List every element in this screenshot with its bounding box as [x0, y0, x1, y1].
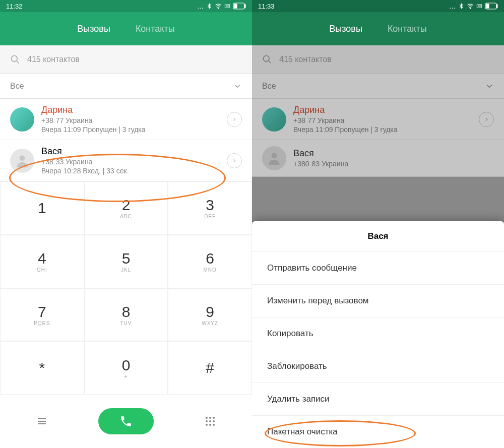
- svg-rect-19: [496, 5, 497, 8]
- svg-point-12: [213, 420, 215, 422]
- svg-point-5: [12, 55, 18, 61]
- phone-icon: [119, 415, 133, 428]
- chevron-right-icon: [232, 117, 237, 122]
- dial-key-0[interactable]: 0+: [84, 341, 168, 395]
- wifi-icon: [467, 3, 474, 10]
- call-entry-vasya[interactable]: Вася +380 83 Украина: [252, 140, 504, 177]
- person-icon: [266, 150, 282, 166]
- call-info: Дарина +38 77 Украина Вчера 11:09 Пропущ…: [293, 105, 479, 134]
- status-icons: …: [197, 3, 246, 10]
- call-name: Вася: [293, 148, 494, 159]
- svg-rect-3: [244, 5, 245, 8]
- status-bar: 11:32 …: [0, 0, 252, 12]
- svg-point-14: [209, 424, 211, 426]
- call-name: Дарина: [41, 105, 227, 115]
- dialpad: 1 2ABC 3DEF 4GHI 5JKL 6MNO 7PQRS 8TUV 9W…: [0, 181, 252, 448]
- svg-point-16: [470, 8, 470, 9]
- header-tabs: Вызовы Контакты: [252, 12, 504, 45]
- svg-point-22: [272, 153, 277, 158]
- tab-calls[interactable]: Вызовы: [329, 24, 362, 34]
- status-time: 11:33: [258, 3, 275, 10]
- call-button[interactable]: [84, 395, 168, 448]
- menu-button[interactable]: [0, 395, 84, 448]
- detail-button[interactable]: [227, 153, 242, 168]
- avatar: [10, 107, 34, 132]
- call-entry-darina[interactable]: Дарина +38 77 Украина Вчера 11:09 Пропущ…: [252, 99, 504, 140]
- svg-point-11: [209, 420, 211, 422]
- status-bar: 11:33 …: [252, 0, 504, 12]
- svg-point-6: [20, 155, 25, 161]
- chevron-right-icon: [232, 158, 237, 163]
- filter-row[interactable]: Все: [252, 74, 504, 99]
- dial-key-8[interactable]: 8TUV: [84, 288, 168, 342]
- menu-edit-before-call[interactable]: Изменить перед вызовом: [252, 285, 504, 317]
- context-menu-title: Вася: [252, 221, 504, 252]
- tab-contacts[interactable]: Контакты: [136, 24, 175, 34]
- dial-key-9[interactable]: 9WXYZ: [168, 288, 252, 342]
- call-info: Вася +38 33 Украина Вчера 10:28 Вход. | …: [41, 146, 227, 175]
- menu-send-message[interactable]: Отправить сообщение: [252, 252, 504, 285]
- status-icons: …: [449, 3, 498, 10]
- header-tabs: Вызовы Контакты: [0, 12, 252, 45]
- dial-key-7[interactable]: 7PQRS: [0, 288, 84, 342]
- bluetooth-icon: [458, 3, 465, 10]
- menu-icon: [36, 415, 48, 427]
- svg-point-10: [206, 420, 208, 422]
- svg-rect-20: [486, 4, 489, 8]
- search-bar[interactable]: 415 контактов: [252, 45, 504, 74]
- menu-batch-cleanup[interactable]: Пакетная очистка: [252, 416, 504, 448]
- svg-point-21: [264, 55, 270, 61]
- dial-key-4[interactable]: 4GHI: [0, 235, 84, 288]
- call-meta: Вчера 11:09 Пропущен | 3 гудка: [41, 125, 227, 134]
- avatar: [10, 149, 34, 173]
- dial-key-2[interactable]: 2ABC: [84, 181, 168, 235]
- context-menu: Вася Отправить сообщение Изменить перед …: [252, 221, 504, 448]
- svg-rect-4: [234, 4, 237, 8]
- filter-label: Все: [262, 82, 276, 91]
- dial-key-hash[interactable]: #: [168, 341, 252, 395]
- call-phone: +380 83 Украина: [293, 160, 494, 168]
- dial-key-3[interactable]: 3DEF: [168, 181, 252, 235]
- svg-point-7: [206, 417, 208, 419]
- more-icon: …: [449, 3, 456, 10]
- battery-icon: [485, 3, 498, 10]
- menu-copy[interactable]: Копировать: [252, 317, 504, 350]
- more-icon: …: [197, 3, 204, 10]
- svg-point-15: [213, 424, 215, 426]
- person-icon: [14, 153, 30, 169]
- dial-key-star[interactable]: *: [0, 341, 84, 395]
- search-icon: [262, 54, 272, 65]
- phone-screen-left: 11:32 … Вызовы Контакты 415 контактов Вс…: [0, 0, 252, 448]
- call-meta: Вчера 10:28 Вход. | 33 сек.: [41, 167, 227, 175]
- filter-row[interactable]: Все: [0, 74, 252, 99]
- svg-point-8: [209, 417, 211, 419]
- menu-block[interactable]: Заблокировать: [252, 350, 504, 383]
- tab-contacts[interactable]: Контакты: [388, 24, 427, 34]
- dial-key-6[interactable]: 6MNO: [168, 235, 252, 288]
- status-time: 11:32: [6, 3, 23, 10]
- wifi-icon: [215, 3, 222, 10]
- search-placeholder: 415 контактов: [279, 55, 332, 64]
- call-phone: +38 77 Украина: [293, 116, 479, 124]
- chevron-down-icon: [485, 82, 494, 91]
- search-icon: [10, 54, 20, 65]
- dialpad-toggle[interactable]: [168, 395, 252, 448]
- dial-key-5[interactable]: 5JKL: [84, 235, 168, 288]
- tab-calls[interactable]: Вызовы: [77, 24, 110, 34]
- call-name: Вася: [41, 146, 227, 157]
- call-info: Вася +380 83 Украина: [293, 148, 494, 169]
- call-name: Дарина: [293, 105, 479, 115]
- call-phone: +38 77 Украина: [41, 116, 227, 124]
- bluetooth-icon: [206, 3, 213, 10]
- detail-button[interactable]: [479, 112, 494, 127]
- no-signal-icon: [224, 3, 231, 10]
- dial-key-1[interactable]: 1: [0, 181, 84, 235]
- detail-button[interactable]: [227, 112, 242, 127]
- menu-delete-records[interactable]: Удалить записи: [252, 383, 504, 416]
- call-entry-darina[interactable]: Дарина +38 77 Украина Вчера 11:09 Пропущ…: [0, 99, 252, 140]
- call-phone: +38 33 Украина: [41, 158, 227, 166]
- search-bar[interactable]: 415 контактов: [0, 45, 252, 74]
- call-info: Дарина +38 77 Украина Вчера 11:09 Пропущ…: [41, 105, 227, 134]
- dialpad-icon: [204, 415, 216, 427]
- call-entry-vasya[interactable]: Вася +38 33 Украина Вчера 10:28 Вход. | …: [0, 140, 252, 181]
